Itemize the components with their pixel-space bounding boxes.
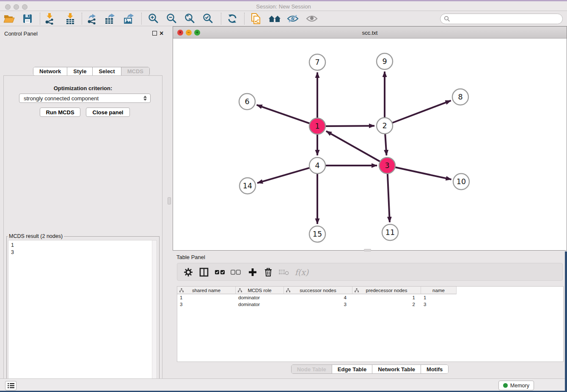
edge-2-3[interactable] [385,134,386,155]
cell-shared-name[interactable]: 3 [177,301,236,308]
edge-1-6[interactable] [257,105,310,124]
home-button[interactable] [268,12,281,25]
task-history-button[interactable] [5,381,17,390]
column-header-successor-nodes[interactable]: successor nodes [284,287,352,294]
session-title: Session: New Session [0,3,567,10]
edge-3-1[interactable] [326,131,380,162]
tab-style[interactable]: Style [67,67,92,75]
node-1[interactable]: 1 [309,118,325,134]
desktop-edge [565,251,567,392]
table-settings-button[interactable] [182,265,195,279]
svg-text:6: 6 [245,97,249,106]
clear-columns-button[interactable] [229,265,242,279]
close-panel-icon[interactable]: × [160,31,163,36]
zoom-in-icon [148,13,160,25]
clone-network-button[interactable] [249,12,263,25]
network-canvas[interactable]: 1234678910111415 [173,39,567,250]
network-view-window: × − + scc.txt 1234678910111415 [173,26,567,251]
network-title: scc.txt [173,30,567,36]
tab-edge-table[interactable]: Edge Table [332,365,372,373]
split-view-button[interactable] [197,265,211,279]
vertical-splitter-grip[interactable] [168,197,171,204]
select-all-columns-button[interactable] [213,265,227,279]
tab-network[interactable]: Network [33,67,67,75]
tab-network-table[interactable]: Network Table [372,365,421,373]
save-session-button[interactable] [21,12,34,25]
svg-text:4: 4 [315,161,319,170]
hide-details-button[interactable] [286,12,300,25]
node-4[interactable]: 4 [309,157,325,174]
svg-text:14: 14 [243,182,252,190]
cell-predecessor-nodes[interactable]: 1 [352,294,421,301]
memory-status-icon [503,383,508,388]
edge-1-2[interactable] [325,126,374,126]
import-table-button[interactable] [63,12,77,25]
refresh-button[interactable] [226,12,239,25]
node-7[interactable]: 7 [309,54,325,70]
cell-successor-nodes[interactable]: 3 [284,301,352,308]
criterion-dropdown[interactable]: strongly connected component [19,94,151,103]
column-header-name[interactable]: name [421,287,457,294]
import-network-button[interactable] [43,12,56,25]
search-field[interactable] [440,14,563,24]
close-panel-button[interactable]: Close panel [86,108,130,117]
export-image-button[interactable] [123,12,136,25]
cell-name[interactable]: 3 [421,301,457,308]
node-15[interactable]: 15 [309,226,325,242]
cell-successor-nodes[interactable]: 4 [284,294,352,301]
node-8[interactable]: 8 [452,89,468,105]
column-header-shared-name[interactable]: shared name [177,287,236,294]
node-11[interactable]: 11 [382,224,398,240]
svg-text:15: 15 [313,230,322,238]
float-panel-icon[interactable] [152,31,157,36]
delete-column-button[interactable] [261,265,275,279]
show-details-button[interactable] [305,12,319,25]
node-9[interactable]: 9 [377,53,393,69]
export-network-button[interactable] [85,12,99,25]
cell-shared-name[interactable]: 1 [177,294,236,301]
node-3[interactable]: 3 [379,157,395,174]
tab-mcds[interactable]: MCDS [121,67,149,75]
node-table[interactable]: shared nameMCDS rolesuccessor nodesprede… [177,286,564,362]
table-row[interactable]: 1dominator411 [177,294,563,301]
control-panel: Control Panel × NetworkStyleSelectMCDS O… [0,26,166,378]
search-input[interactable] [450,16,562,22]
open-file-button[interactable] [3,12,16,25]
tab-select[interactable]: Select [92,67,121,75]
column-header-predecessor-nodes[interactable]: predecessor nodes [352,287,421,294]
zoom-fit-button[interactable] [183,12,197,25]
cell-MCDS-role[interactable]: dominator [236,294,284,301]
search-icon [444,16,450,22]
tab-motifs[interactable]: Motifs [421,365,448,373]
node-10[interactable]: 10 [453,174,469,190]
table-panel-title: Table Panel [176,254,205,260]
export-image-icon [123,13,136,25]
dropdown-stepper-icon [143,96,147,101]
import-network-icon [44,13,55,25]
node-2[interactable]: 2 [377,118,393,134]
result-scrollbar[interactable] [152,240,157,391]
node-6[interactable]: 6 [239,94,255,110]
network-window-titlebar[interactable]: × − + scc.txt [173,27,567,39]
zoom-out-button[interactable] [165,12,179,25]
edge-4-14[interactable] [257,168,310,183]
edge-3-10[interactable] [395,167,451,179]
zoom-in-button[interactable] [147,12,160,25]
tab-node-table[interactable]: Node Table [292,365,332,373]
edge-3-11[interactable] [388,174,390,222]
table-row[interactable]: 3dominator323 [177,301,563,308]
memory-label: Memory [510,383,529,389]
node-14[interactable]: 14 [239,178,256,194]
edge-2-8[interactable] [392,101,451,123]
cell-MCDS-role[interactable]: dominator [236,301,284,308]
zoom-selected-button[interactable] [201,12,215,25]
export-table-button[interactable] [104,12,118,25]
add-column-button[interactable] [246,265,259,279]
mcds-result-area[interactable]: 1 3 [8,240,157,392]
cell-predecessor-nodes[interactable]: 2 [352,301,421,308]
column-header-MCDS-role[interactable]: MCDS role [236,287,284,294]
header-filler [457,287,563,294]
cell-name[interactable]: 1 [421,294,457,301]
run-mcds-button[interactable]: Run MCDS [40,108,80,117]
memory-button[interactable]: Memory [498,381,534,390]
